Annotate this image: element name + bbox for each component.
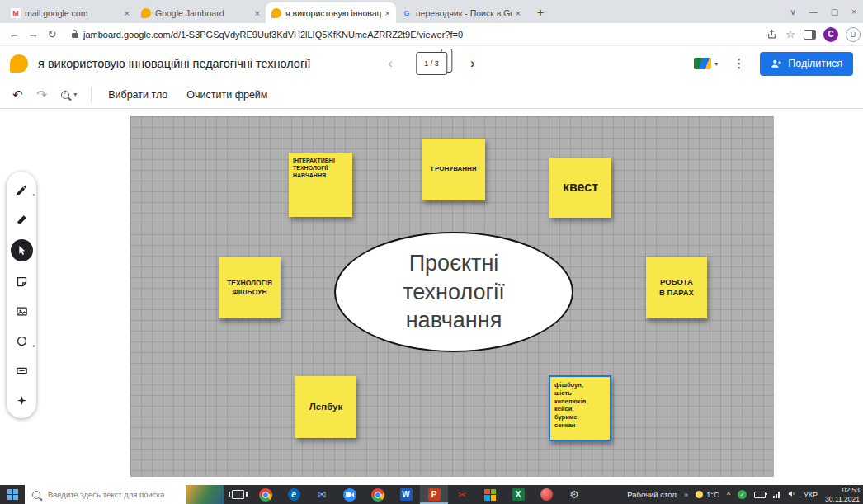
tool-palette: ▸ ▸ xyxy=(7,172,36,418)
sticky-note[interactable]: ГРОНУВАННЯ xyxy=(422,139,485,200)
ellipse-shape[interactable]: Проєктні технології навчання xyxy=(334,232,573,352)
browser-tab[interactable]: Mmail.google.com× xyxy=(5,2,135,23)
tab-close-icon[interactable]: × xyxy=(255,8,260,18)
volume-icon[interactable] xyxy=(787,489,796,500)
laser-tool[interactable] xyxy=(12,390,31,410)
sun-icon xyxy=(696,491,703,498)
zoom-button[interactable]: ▾ xyxy=(61,91,77,99)
tab-label: mail.google.com xyxy=(25,8,120,18)
search-icon xyxy=(32,491,40,499)
toolbar-expand-icon[interactable]: » xyxy=(684,491,688,499)
browser-taskbar-icon[interactable] xyxy=(364,485,392,504)
shape-tool[interactable]: ▸ xyxy=(12,331,31,351)
url-text: jamboard.google.com/d/1-S3PGSqVdyRE9Uuf3… xyxy=(83,30,463,40)
sticky-note-tool[interactable] xyxy=(12,271,31,291)
clock-time: 02:53 xyxy=(842,486,860,494)
secondary-avatar[interactable]: U xyxy=(846,27,861,42)
maximize-button[interactable]: ▢ xyxy=(831,7,838,16)
redo-button[interactable]: ↷ xyxy=(37,87,48,102)
paint3d-taskbar-icon[interactable] xyxy=(532,485,560,504)
address-bar[interactable]: jamboard.google.com/d/1-S3PGSqVdyRE9Uuf3… xyxy=(65,26,758,43)
temperature-label: 1°C xyxy=(706,490,719,499)
tab-search-icon[interactable]: ∨ xyxy=(790,7,795,16)
select-tool[interactable] xyxy=(11,239,33,261)
chevron-down-icon: ▾ xyxy=(73,91,77,98)
jamboard-favicon xyxy=(141,8,151,18)
google-favicon: G xyxy=(402,8,412,18)
antivirus-icon[interactable]: ✓ xyxy=(738,490,747,499)
browser-tab[interactable]: я використовую інноваційні пе× xyxy=(266,2,396,23)
network-icon[interactable] xyxy=(773,492,780,498)
task-view-taskbar-icon[interactable] xyxy=(224,485,252,504)
weather-widget[interactable] xyxy=(186,485,224,504)
sticky-note[interactable]: РОБОТА В ПАРАХ xyxy=(646,257,707,318)
clear-frame-button[interactable]: Очистити фрейм xyxy=(184,89,270,101)
sticky-note[interactable]: ТЕХНОЛОГІЯ ФІШБОУН xyxy=(219,257,281,318)
browser-tab[interactable]: Google Jamboard× xyxy=(135,2,266,23)
settings-taskbar-icon[interactable]: ⚙ xyxy=(560,485,588,504)
new-tab-button[interactable]: + xyxy=(531,3,549,21)
tab-close-icon[interactable]: × xyxy=(516,8,521,18)
jam-frame[interactable]: Проєктні технології навчання ІНТЕРАКТИВН… xyxy=(130,116,774,477)
taskbar-search[interactable] xyxy=(25,485,186,504)
tab-close-icon[interactable]: × xyxy=(385,8,390,18)
ellipse-text: Проєктні технології навчання xyxy=(366,249,541,335)
chrome-taskbar-icon[interactable] xyxy=(252,485,280,504)
sticky-note[interactable]: ІНТЕРАКТИВНІ ТЕХНОЛОГІЇ НАВЧАННЯ xyxy=(289,153,352,217)
sticky-note[interactable]: квест xyxy=(549,158,611,218)
minimize-button[interactable]: — xyxy=(809,7,818,16)
word-taskbar-icon[interactable]: W xyxy=(392,485,420,504)
zoom-in-icon xyxy=(61,91,69,99)
textbox-tool[interactable] xyxy=(12,360,31,380)
share-button-label: Поділитися xyxy=(788,58,842,69)
pen-tool[interactable]: ▸ xyxy=(12,180,31,200)
tray-weather[interactable]: 1°C xyxy=(696,490,719,499)
forward-button[interactable]: → xyxy=(27,28,39,40)
snip-taskbar-icon[interactable]: ✂ xyxy=(448,485,476,504)
choose-background-button[interactable]: Вибрати тло xyxy=(106,89,170,101)
bookmark-star-icon[interactable]: ☆ xyxy=(785,28,796,40)
back-button[interactable]: ← xyxy=(8,28,20,40)
share-icon[interactable] xyxy=(766,29,777,40)
next-frame-button[interactable]: › xyxy=(470,55,475,72)
tab-close-icon[interactable]: × xyxy=(125,8,130,18)
sticky-note[interactable]: Лепбук xyxy=(295,376,356,438)
taskbar-apps: e✉WP✂X⚙ xyxy=(224,485,588,504)
window-controls: ∨ — ▢ × xyxy=(790,7,863,16)
language-indicator[interactable]: УКР xyxy=(804,491,818,499)
header-actions: ▾ ⋮ Поділитися xyxy=(694,52,853,76)
jam-title[interactable]: я використовую інноваційні педагогічні т… xyxy=(38,57,310,70)
excel-taskbar-icon[interactable]: X xyxy=(504,485,532,504)
more-options-icon[interactable]: ⋮ xyxy=(731,56,747,71)
tabs-container: Mmail.google.com×Google Jamboard×я викор… xyxy=(5,2,526,23)
eraser-tool[interactable] xyxy=(12,210,31,229)
jamboard-header: я використовую інноваційні педагогічні т… xyxy=(0,46,863,81)
powerpoint-taskbar-icon[interactable]: P xyxy=(420,485,448,504)
taskbar-clock[interactable]: 02:53 30.11.2021 xyxy=(825,486,860,502)
desktop-toolbar-label[interactable]: Рабочий стол xyxy=(627,490,677,499)
zoom-taskbar-icon[interactable] xyxy=(336,485,364,504)
profile-avatar[interactable]: C xyxy=(823,27,838,42)
drive-icon[interactable]: ▾ xyxy=(694,58,718,69)
frame-indicator[interactable]: 1 / 3 xyxy=(416,52,447,75)
ms-apps-taskbar-icon[interactable] xyxy=(476,485,504,504)
tab-label: Google Jamboard xyxy=(155,8,251,18)
share-button[interactable]: Поділитися xyxy=(760,52,853,76)
hidden-icons-chevron[interactable]: ^ xyxy=(727,491,730,499)
image-tool[interactable] xyxy=(12,301,31,321)
browser-toolbar: ← → ↻ jamboard.google.com/d/1-S3PGSqVdyR… xyxy=(0,23,863,46)
search-input[interactable] xyxy=(46,489,178,500)
undo-button[interactable]: ↶ xyxy=(12,87,23,102)
battery-icon[interactable] xyxy=(754,492,766,498)
browser-tab[interactable]: Gпереводчик - Поиск в Google× xyxy=(396,2,526,23)
close-button[interactable]: × xyxy=(851,7,856,16)
reload-button[interactable]: ↻ xyxy=(46,28,58,40)
start-button[interactable] xyxy=(0,485,25,504)
sticky-note[interactable]: фішбоун, шість капелюхів, кейси, буриме,… xyxy=(549,375,611,441)
mail-taskbar-icon[interactable]: ✉ xyxy=(308,485,336,504)
edge-taskbar-icon[interactable]: e xyxy=(280,485,308,504)
colorful-app-icon xyxy=(694,58,711,69)
side-panel-icon[interactable] xyxy=(804,30,816,40)
previous-frame-button[interactable]: ‹ xyxy=(388,55,393,72)
jamboard-logo-icon xyxy=(10,54,28,73)
